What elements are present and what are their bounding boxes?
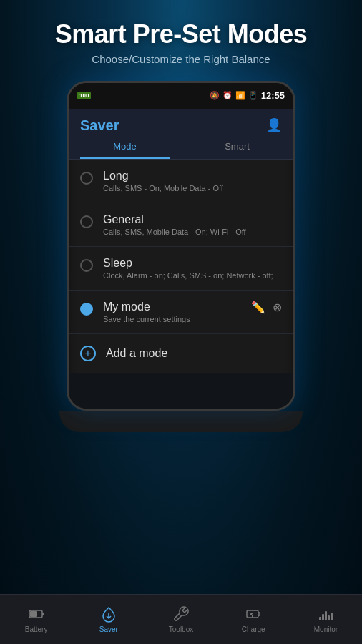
delete-icon[interactable]: ⊗ — [273, 301, 282, 314]
mode-radio-mymode — [80, 303, 93, 316]
tab-smart[interactable]: Smart — [181, 134, 293, 159]
mode-actions-mymode: ✏️ ⊗ — [251, 301, 282, 314]
nav-label-battery: Battery — [25, 625, 48, 633]
phone-bottom-outer — [59, 411, 303, 432]
add-mode-label: Add a mode — [106, 347, 167, 360]
svg-rect-8 — [331, 613, 333, 620]
battery-status: 100 — [77, 92, 91, 99]
phone-bottom-area — [69, 373, 293, 409]
modes-list: Long Calls, SMS - On; Mobile Data - Off … — [69, 160, 293, 373]
page-subtitle: Choose/Customize the Right Balance — [14, 53, 348, 65]
add-mode-row[interactable]: + Add a mode — [69, 334, 293, 373]
time-display: 12:55 — [261, 90, 285, 101]
page-title: Smart Pre-Set Modes — [14, 20, 348, 49]
toolbox-nav-icon — [172, 605, 190, 623]
charge-nav-icon — [245, 605, 262, 623]
profile-icon[interactable]: 👤 — [266, 117, 282, 133]
nav-item-saver[interactable]: Saver — [72, 595, 145, 644]
svg-rect-4 — [319, 617, 321, 620]
mode-item-sleep[interactable]: Sleep Clock, Alarm - on; Calls, SMS - on… — [69, 247, 293, 291]
add-circle-icon: + — [80, 346, 96, 361]
app-header: Saver 👤 — [69, 109, 293, 134]
phone-wrapper: 100 🔕 ⏰ 📶 📱 12:55 Saver 👤 Mode Smart — [59, 81, 303, 644]
saver-nav-icon — [100, 605, 117, 623]
app-title: Saver — [80, 117, 119, 134]
mode-item-general[interactable]: General Calls, SMS, Mobile Data - On; Wi… — [69, 203, 293, 247]
wifi-icon: 📶 — [235, 91, 245, 100]
nav-label-toolbox: Toolbox — [169, 625, 193, 633]
battery-nav-icon — [28, 605, 45, 623]
nav-label-saver: Saver — [99, 625, 118, 633]
nav-item-toolbox[interactable]: Toolbox — [145, 595, 217, 644]
tab-bar: Mode Smart — [69, 134, 293, 160]
nav-label-monitor: Monitor — [314, 625, 338, 633]
bottom-nav: Battery Saver Toolbox Charge Monitor — [0, 594, 362, 644]
phone-frame: 100 🔕 ⏰ 📶 📱 12:55 Saver 👤 Mode Smart — [67, 81, 295, 411]
svg-rect-6 — [325, 611, 327, 620]
mute-icon: 🔕 — [210, 91, 220, 100]
svg-rect-5 — [322, 614, 324, 620]
mode-text-general: General Calls, SMS, Mobile Data - On; Wi… — [103, 213, 246, 236]
tab-mode[interactable]: Mode — [69, 134, 181, 159]
status-bar: 100 🔕 ⏰ 📶 📱 12:55 — [69, 83, 293, 109]
mode-text-sleep: Sleep Clock, Alarm - on; Calls, SMS - on… — [103, 257, 273, 280]
svg-rect-7 — [328, 615, 330, 620]
nav-item-monitor[interactable]: Monitor — [290, 595, 362, 644]
svg-rect-1 — [42, 613, 44, 615]
mode-radio-long — [80, 172, 93, 185]
header: Smart Pre-Set Modes Choose/Customize the… — [0, 0, 362, 74]
mode-item-mymode[interactable]: My mode Save the current settings ✏️ ⊗ — [69, 291, 293, 334]
nav-item-battery[interactable]: Battery — [0, 595, 72, 644]
mode-text-long: Long Calls, SMS - On; Mobile Data - Off — [103, 170, 223, 192]
monitor-nav-icon — [317, 605, 334, 623]
status-icons: 🔕 ⏰ 📶 📱 12:55 — [210, 90, 285, 101]
edit-icon[interactable]: ✏️ — [251, 301, 265, 314]
nav-item-charge[interactable]: Charge — [217, 595, 290, 644]
nav-label-charge: Charge — [242, 625, 265, 633]
alarm-icon: ⏰ — [222, 91, 233, 100]
mode-item-long[interactable]: Long Calls, SMS - On; Mobile Data - Off — [69, 160, 293, 203]
signal-icon: 📱 — [248, 91, 258, 100]
mode-text-mymode: My mode Save the current settings — [103, 301, 190, 323]
svg-rect-2 — [30, 611, 37, 617]
mode-radio-general — [80, 215, 93, 228]
mode-radio-sleep — [80, 259, 93, 272]
